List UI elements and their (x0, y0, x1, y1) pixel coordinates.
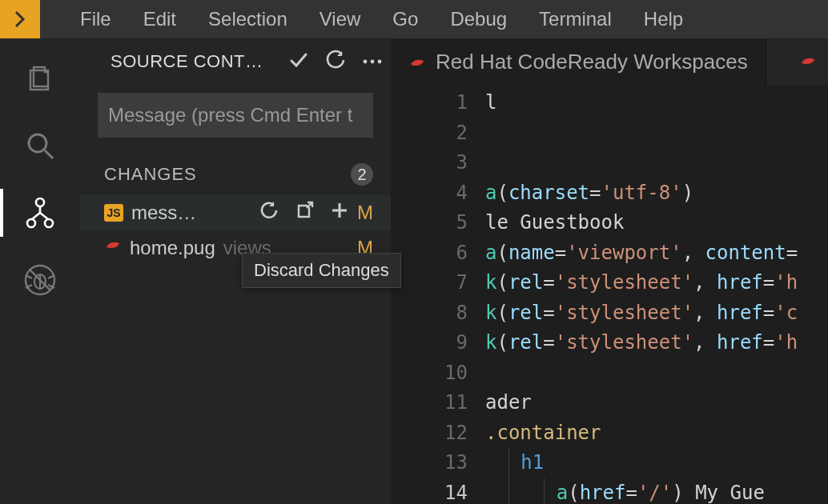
change-row[interactable]: JSmess…M (80, 195, 391, 230)
code-line: a(href='/') My Gue (485, 478, 828, 505)
code-line: ader (485, 388, 828, 418)
panel-title: SOURCE CONT… (111, 51, 263, 72)
file-name: mess… (131, 202, 196, 224)
source-control-icon[interactable] (21, 194, 59, 232)
line-number: 9 (391, 328, 468, 358)
menu-item-edit[interactable]: Edit (127, 2, 192, 37)
menu-item-terminal[interactable]: Terminal (523, 2, 628, 37)
js-file-icon: JS (104, 204, 123, 222)
pug-file-icon (104, 237, 122, 259)
svg-point-14 (371, 60, 375, 64)
code-line: k(rel='stylesheet', href='h (485, 268, 828, 298)
explorer-icon[interactable] (21, 59, 59, 98)
redhat-icon (408, 53, 426, 70)
menu-item-file[interactable]: File (64, 2, 127, 37)
line-number-gutter: 1234567891011121314 (391, 85, 485, 504)
code-line: k(rel='stylesheet', href='h (485, 328, 828, 358)
menu-item-help[interactable]: Help (628, 2, 699, 37)
line-number: 12 (391, 418, 468, 449)
tab-title: Red Hat CodeReady Workspaces (436, 50, 748, 74)
line-number: 13 (391, 448, 468, 478)
code-line (485, 118, 828, 149)
line-number: 3 (391, 148, 468, 178)
code-line: a(charset='utf-8') (485, 178, 828, 209)
line-number: 7 (391, 268, 468, 298)
svg-point-13 (364, 60, 368, 64)
line-number: 10 (391, 358, 468, 389)
file-name: home.pug (130, 237, 215, 259)
code-line: .container (485, 418, 828, 449)
activity-bar (0, 38, 80, 504)
code-line: h1 (485, 448, 828, 478)
tab-right-icon[interactable] (788, 53, 828, 70)
svg-point-3 (27, 219, 35, 227)
discard-changes-tooltip: Discard Changes (242, 253, 401, 288)
debug-icon[interactable] (21, 261, 59, 299)
tab-active[interactable]: Red Hat CodeReady Workspaces (391, 38, 766, 85)
code-line (485, 358, 828, 389)
commit-message-input[interactable] (98, 93, 373, 138)
svg-point-0 (29, 134, 46, 152)
code-line: k(rel='stylesheet', href='c (485, 298, 828, 329)
home-button[interactable] (0, 0, 40, 38)
code-line: le Guestbook (485, 208, 828, 238)
line-number: 1 (391, 88, 468, 118)
changes-label: CHANGES (104, 164, 197, 185)
svg-point-4 (45, 219, 53, 227)
menubar: FileEditSelectionViewGoDebugTerminalHelp (0, 0, 828, 38)
editor: Red Hat CodeReady Workspaces 12345678910… (391, 38, 828, 504)
refresh-icon[interactable] (325, 50, 346, 74)
svg-point-2 (36, 198, 44, 206)
svg-point-15 (378, 60, 382, 64)
menu-item-selection[interactable]: Selection (192, 2, 303, 37)
tab-bar: Red Hat CodeReady Workspaces (391, 38, 828, 85)
line-number: 2 (391, 118, 468, 149)
chevron-right-icon (13, 10, 27, 29)
discard-icon[interactable] (259, 200, 280, 226)
open-file-icon[interactable] (295, 200, 316, 226)
line-number: 14 (391, 478, 468, 505)
code-line: l (485, 88, 828, 118)
line-number: 4 (391, 178, 468, 209)
stage-icon[interactable] (330, 201, 349, 225)
svg-line-1 (45, 150, 53, 158)
menu-item-debug[interactable]: Debug (434, 2, 523, 37)
line-number: 11 (391, 388, 468, 418)
search-icon[interactable] (21, 126, 59, 165)
file-status: M (357, 202, 373, 224)
code-content[interactable]: la(charset='utf-8')le Guestbooka(name='v… (485, 85, 828, 504)
menu-item-go[interactable]: Go (376, 2, 434, 37)
line-number: 6 (391, 238, 468, 269)
code-line (485, 148, 828, 178)
commit-icon[interactable] (288, 50, 309, 74)
more-icon[interactable] (362, 54, 383, 69)
menu-item-view[interactable]: View (303, 2, 377, 37)
line-number: 5 (391, 208, 468, 238)
line-number: 8 (391, 298, 468, 329)
changes-count-badge: 2 (351, 163, 373, 186)
code-line: a(name='viewport', content= (485, 238, 828, 269)
